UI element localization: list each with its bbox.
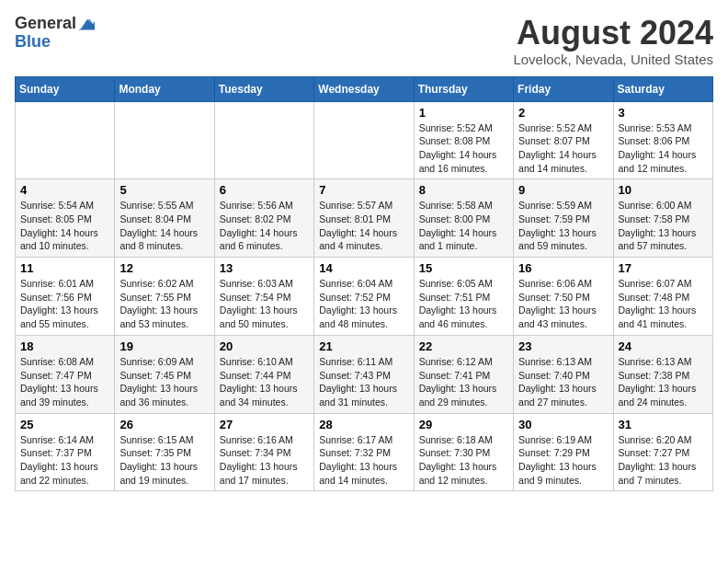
day-number: 28 <box>319 418 408 431</box>
day-number: 31 <box>619 418 708 431</box>
weekday-header-cell: Friday <box>514 76 613 101</box>
day-info: Sunrise: 5:56 AM Sunset: 8:02 PM Dayligh… <box>220 199 309 253</box>
calendar-cell: 10Sunrise: 6:00 AM Sunset: 7:58 PM Dayli… <box>613 179 712 258</box>
day-info: Sunrise: 6:16 AM Sunset: 7:34 PM Dayligh… <box>220 433 309 488</box>
calendar-cell: 27Sunrise: 6:16 AM Sunset: 7:34 PM Dayli… <box>214 413 313 491</box>
calendar-cell: 29Sunrise: 6:18 AM Sunset: 7:30 PM Dayli… <box>414 413 513 491</box>
day-number: 5 <box>119 183 209 197</box>
day-info: Sunrise: 6:00 AM Sunset: 7:58 PM Dayligh… <box>619 199 708 253</box>
day-info: Sunrise: 6:10 AM Sunset: 7:44 PM Dayligh… <box>220 355 309 409</box>
weekday-header-cell: Tuesday <box>214 76 313 101</box>
day-info: Sunrise: 5:52 AM Sunset: 8:07 PM Dayligh… <box>518 121 608 176</box>
calendar-cell: 18Sunrise: 6:08 AM Sunset: 7:47 PM Dayli… <box>16 335 115 413</box>
calendar-cell: 4Sunrise: 5:54 AM Sunset: 8:05 PM Daylig… <box>16 179 115 258</box>
calendar-cell: 5Sunrise: 5:55 AM Sunset: 8:04 PM Daylig… <box>115 179 214 258</box>
calendar-cell: 16Sunrise: 6:06 AM Sunset: 7:50 PM Dayli… <box>514 258 613 336</box>
day-info: Sunrise: 5:58 AM Sunset: 8:00 PM Dayligh… <box>419 199 508 253</box>
calendar-cell: 19Sunrise: 6:09 AM Sunset: 7:45 PM Dayli… <box>115 335 214 413</box>
day-info: Sunrise: 6:17 AM Sunset: 7:32 PM Dayligh… <box>319 433 408 488</box>
weekday-header-cell: Monday <box>115 76 214 101</box>
day-number: 23 <box>518 339 608 353</box>
calendar-cell: 24Sunrise: 6:13 AM Sunset: 7:38 PM Dayli… <box>613 335 712 413</box>
weekday-header-row: SundayMondayTuesdayWednesdayThursdayFrid… <box>16 76 713 101</box>
calendar-cell <box>16 101 115 179</box>
calendar-cell: 30Sunrise: 6:19 AM Sunset: 7:29 PM Dayli… <box>514 413 613 491</box>
day-info: Sunrise: 6:09 AM Sunset: 7:45 PM Dayligh… <box>119 355 209 409</box>
calendar-cell: 7Sunrise: 5:57 AM Sunset: 8:01 PM Daylig… <box>314 179 414 258</box>
calendar-cell <box>115 101 214 179</box>
day-info: Sunrise: 5:59 AM Sunset: 7:59 PM Dayligh… <box>518 199 608 253</box>
calendar-cell: 2Sunrise: 5:52 AM Sunset: 8:07 PM Daylig… <box>514 101 613 179</box>
calendar-cell: 21Sunrise: 6:11 AM Sunset: 7:43 PM Dayli… <box>314 335 414 413</box>
day-number: 17 <box>619 261 708 275</box>
day-number: 30 <box>518 418 608 431</box>
day-number: 18 <box>20 339 109 353</box>
day-number: 15 <box>419 261 508 275</box>
day-number: 29 <box>419 418 508 431</box>
day-info: Sunrise: 6:13 AM Sunset: 7:40 PM Dayligh… <box>518 355 608 409</box>
calendar-cell: 25Sunrise: 6:14 AM Sunset: 7:37 PM Dayli… <box>16 413 115 491</box>
calendar-body: 1Sunrise: 5:52 AM Sunset: 8:08 PM Daylig… <box>16 101 713 491</box>
calendar-cell: 8Sunrise: 5:58 AM Sunset: 8:00 PM Daylig… <box>414 179 513 258</box>
day-info: Sunrise: 5:55 AM Sunset: 8:04 PM Dayligh… <box>119 199 209 253</box>
day-info: Sunrise: 6:13 AM Sunset: 7:38 PM Dayligh… <box>619 355 708 409</box>
logo-blue-text: Blue <box>15 33 51 52</box>
calendar-cell: 3Sunrise: 5:53 AM Sunset: 8:06 PM Daylig… <box>613 101 712 179</box>
calendar-cell: 22Sunrise: 6:12 AM Sunset: 7:41 PM Dayli… <box>414 335 513 413</box>
day-number: 20 <box>220 339 309 353</box>
svg-marker-0 <box>78 19 95 29</box>
calendar-cell: 17Sunrise: 6:07 AM Sunset: 7:48 PM Dayli… <box>613 258 712 336</box>
day-info: Sunrise: 6:07 AM Sunset: 7:48 PM Dayligh… <box>619 277 708 331</box>
day-number: 21 <box>319 339 408 353</box>
calendar-cell: 9Sunrise: 5:59 AM Sunset: 7:59 PM Daylig… <box>514 179 613 258</box>
day-info: Sunrise: 6:15 AM Sunset: 7:35 PM Dayligh… <box>119 433 209 488</box>
calendar-week-row: 11Sunrise: 6:01 AM Sunset: 7:56 PM Dayli… <box>16 258 713 336</box>
calendar-cell: 26Sunrise: 6:15 AM Sunset: 7:35 PM Dayli… <box>115 413 214 491</box>
location-title: Lovelock, Nevada, United States <box>513 52 713 67</box>
day-info: Sunrise: 6:05 AM Sunset: 7:51 PM Dayligh… <box>419 277 508 331</box>
calendar-week-row: 4Sunrise: 5:54 AM Sunset: 8:05 PM Daylig… <box>16 179 713 258</box>
calendar-cell: 13Sunrise: 6:03 AM Sunset: 7:54 PM Dayli… <box>214 258 313 336</box>
calendar-cell <box>214 101 313 179</box>
day-number: 24 <box>619 339 708 353</box>
logo-general-text: General <box>15 15 76 33</box>
day-info: Sunrise: 5:52 AM Sunset: 8:08 PM Dayligh… <box>419 121 508 176</box>
calendar-cell: 11Sunrise: 6:01 AM Sunset: 7:56 PM Dayli… <box>16 258 115 336</box>
day-number: 4 <box>20 183 109 197</box>
calendar-week-row: 18Sunrise: 6:08 AM Sunset: 7:47 PM Dayli… <box>16 335 713 413</box>
weekday-header-cell: Wednesday <box>314 76 414 101</box>
day-info: Sunrise: 6:01 AM Sunset: 7:56 PM Dayligh… <box>20 277 109 331</box>
day-info: Sunrise: 6:11 AM Sunset: 7:43 PM Dayligh… <box>319 355 408 409</box>
weekday-header-cell: Saturday <box>613 76 712 101</box>
day-number: 27 <box>220 418 309 431</box>
day-number: 19 <box>119 339 209 353</box>
day-info: Sunrise: 5:57 AM Sunset: 8:01 PM Dayligh… <box>319 199 408 253</box>
day-info: Sunrise: 6:20 AM Sunset: 7:27 PM Dayligh… <box>619 433 708 488</box>
weekday-header-cell: Thursday <box>414 76 513 101</box>
day-info: Sunrise: 5:53 AM Sunset: 8:06 PM Dayligh… <box>619 121 708 176</box>
month-title: August 2024 <box>513 15 713 52</box>
day-info: Sunrise: 6:03 AM Sunset: 7:54 PM Dayligh… <box>220 277 309 331</box>
day-number: 10 <box>619 183 708 197</box>
day-number: 13 <box>220 261 309 275</box>
calendar-cell: 28Sunrise: 6:17 AM Sunset: 7:32 PM Dayli… <box>314 413 414 491</box>
day-info: Sunrise: 6:12 AM Sunset: 7:41 PM Dayligh… <box>419 355 508 409</box>
day-number: 6 <box>220 183 309 197</box>
day-number: 11 <box>20 261 109 275</box>
weekday-header-cell: Sunday <box>16 76 115 101</box>
calendar-cell: 1Sunrise: 5:52 AM Sunset: 8:08 PM Daylig… <box>414 101 513 179</box>
day-info: Sunrise: 6:14 AM Sunset: 7:37 PM Dayligh… <box>20 433 109 488</box>
day-info: Sunrise: 6:04 AM Sunset: 7:52 PM Dayligh… <box>319 277 408 331</box>
logo-icon <box>78 17 95 30</box>
logo: General Blue <box>15 15 95 52</box>
day-number: 3 <box>619 106 708 120</box>
calendar-cell: 12Sunrise: 6:02 AM Sunset: 7:55 PM Dayli… <box>115 258 214 336</box>
day-number: 25 <box>20 418 109 431</box>
day-info: Sunrise: 6:02 AM Sunset: 7:55 PM Dayligh… <box>119 277 209 331</box>
header: General Blue August 2024 Lovelock, Nevad… <box>15 15 713 67</box>
calendar-cell: 31Sunrise: 6:20 AM Sunset: 7:27 PM Dayli… <box>613 413 712 491</box>
day-number: 8 <box>419 183 508 197</box>
day-info: Sunrise: 5:54 AM Sunset: 8:05 PM Dayligh… <box>20 199 109 253</box>
day-number: 14 <box>319 261 408 275</box>
title-section: August 2024 Lovelock, Nevada, United Sta… <box>513 15 713 67</box>
